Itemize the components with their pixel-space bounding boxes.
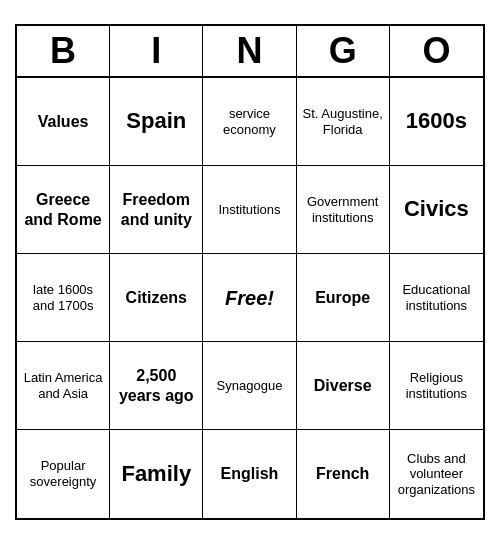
bingo-cell-8: Government institutions [297,166,390,254]
bingo-cell-10: late 1600s and 1700s [17,254,110,342]
bingo-cell-18: Diverse [297,342,390,430]
header-letter-o: O [390,26,483,76]
header-letter-n: N [203,26,296,76]
header-letter-g: G [297,26,390,76]
bingo-cell-0: Values [17,78,110,166]
bingo-cell-4: 1600s [390,78,483,166]
bingo-cell-9: Civics [390,166,483,254]
bingo-cell-6: Freedom and unity [110,166,203,254]
header-letter-b: B [17,26,110,76]
bingo-card: BINGO ValuesSpainservice economySt. Augu… [15,24,485,520]
header-letter-i: I [110,26,203,76]
bingo-cell-15: Latin America and Asia [17,342,110,430]
bingo-cell-12: Free! [203,254,296,342]
bingo-cell-2: service economy [203,78,296,166]
bingo-cell-21: Family [110,430,203,518]
bingo-cell-16: 2,500 years ago [110,342,203,430]
bingo-cell-24: Clubs and volunteer organizations [390,430,483,518]
bingo-cell-13: Europe [297,254,390,342]
bingo-cell-11: Citizens [110,254,203,342]
bingo-cell-23: French [297,430,390,518]
bingo-header: BINGO [17,26,483,78]
bingo-cell-19: Religious institutions [390,342,483,430]
bingo-cell-5: Greece and Rome [17,166,110,254]
bingo-grid: ValuesSpainservice economySt. Augustine,… [17,78,483,518]
bingo-cell-17: Synagogue [203,342,296,430]
bingo-cell-3: St. Augustine, Florida [297,78,390,166]
bingo-cell-20: Popular sovereignty [17,430,110,518]
bingo-cell-7: Institutions [203,166,296,254]
bingo-cell-1: Spain [110,78,203,166]
bingo-cell-22: English [203,430,296,518]
bingo-cell-14: Educational institutions [390,254,483,342]
